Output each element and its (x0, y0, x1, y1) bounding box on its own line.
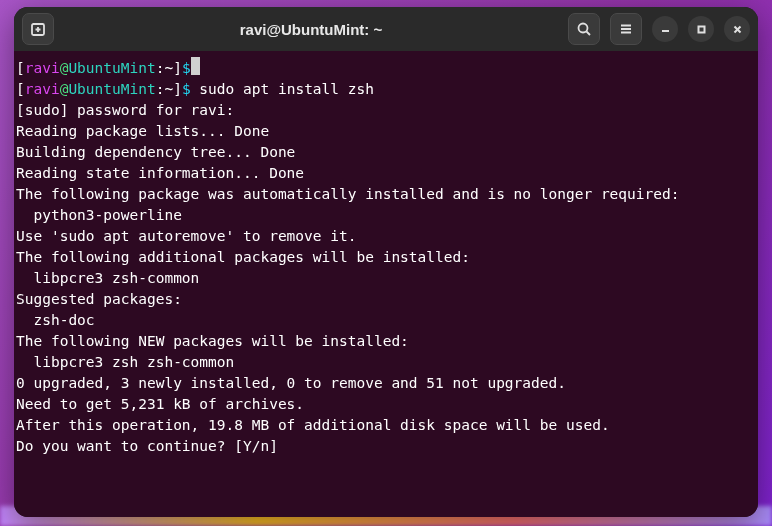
new-tab-button[interactable] (22, 13, 54, 45)
svg-rect-9 (698, 26, 704, 32)
maximize-button[interactable] (688, 16, 714, 42)
prompt-dollar: $ (182, 60, 191, 76)
output-line: libpcre3 zsh-common (16, 268, 756, 289)
output-line: [sudo] password for ravi: (16, 100, 756, 121)
output-line: After this operation, 19.8 MB of additio… (16, 415, 756, 436)
prompt-path: ~ (164, 81, 173, 97)
prompt-dollar: $ (182, 81, 191, 97)
maximize-icon (696, 24, 707, 35)
terminal-content[interactable]: [ravi@UbuntuMint:~]$ [ravi@UbuntuMint:~]… (14, 51, 758, 517)
close-icon (732, 24, 743, 35)
svg-line-4 (587, 32, 591, 36)
output-line: Use 'sudo apt autoremove' to remove it. (16, 226, 756, 247)
new-tab-icon (30, 21, 46, 37)
cursor (191, 57, 200, 75)
output-line: libpcre3 zsh zsh-common (16, 352, 756, 373)
output-line: python3-powerline (16, 205, 756, 226)
window-title: ravi@UbuntuMint: ~ (60, 21, 562, 38)
prompt-path: ~ (164, 60, 173, 76)
bracket: ] (173, 60, 182, 76)
titlebar: ravi@UbuntuMint: ~ (14, 7, 758, 51)
output-line: Building dependency tree... Done (16, 142, 756, 163)
output-line: The following additional packages will b… (16, 247, 756, 268)
bracket: [ (16, 81, 25, 97)
output-line: Reading state information... Done (16, 163, 756, 184)
output-line: Do you want to continue? [Y/n] (16, 436, 756, 457)
menu-button[interactable] (610, 13, 642, 45)
svg-point-3 (579, 24, 588, 33)
minimize-button[interactable] (652, 16, 678, 42)
search-button[interactable] (568, 13, 600, 45)
prompt-user: ravi (25, 81, 60, 97)
prompt-host: UbuntuMint (68, 60, 155, 76)
close-button[interactable] (724, 16, 750, 42)
terminal-window: ravi@UbuntuMint: ~ (14, 7, 758, 517)
prompt-line-2: [ravi@UbuntuMint:~]$ sudo apt install zs… (16, 79, 756, 100)
prompt-user: ravi (25, 60, 60, 76)
search-icon (576, 21, 592, 37)
prompt-line-1: [ravi@UbuntuMint:~]$ (16, 57, 756, 79)
output-line: Reading package lists... Done (16, 121, 756, 142)
output-line: Suggested packages: (16, 289, 756, 310)
output-line: zsh-doc (16, 310, 756, 331)
command-text: sudo apt install zsh (191, 81, 374, 97)
output-line: 0 upgraded, 3 newly installed, 0 to remo… (16, 373, 756, 394)
output-line: The following NEW packages will be insta… (16, 331, 756, 352)
prompt-host: UbuntuMint (68, 81, 155, 97)
bracket: ] (173, 81, 182, 97)
hamburger-icon (618, 21, 634, 37)
bracket: [ (16, 60, 25, 76)
minimize-icon (660, 24, 671, 35)
output-line: The following package was automatically … (16, 184, 756, 205)
output-line: Need to get 5,231 kB of archives. (16, 394, 756, 415)
